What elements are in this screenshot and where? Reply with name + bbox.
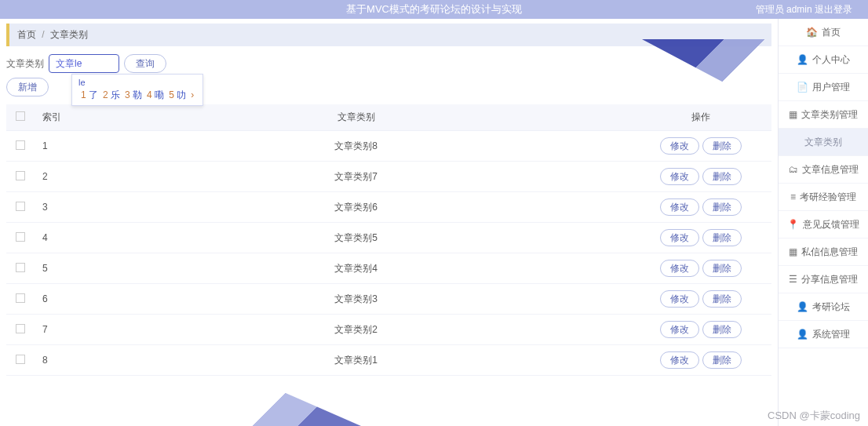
- row-index: 3: [35, 192, 82, 223]
- row-category: 文章类别6: [82, 192, 630, 223]
- sidebar-item[interactable]: ☰分享信息管理: [779, 266, 868, 293]
- sidebar-item-label: 系统管理: [812, 328, 850, 341]
- sidebar-item[interactable]: 👤考研论坛: [779, 293, 868, 321]
- search-button[interactable]: 查询: [124, 54, 166, 73]
- table-row: 3文章类别6修改删除: [6, 192, 771, 223]
- row-checkbox[interactable]: [16, 263, 25, 272]
- category-search-input[interactable]: [49, 54, 119, 73]
- filter-label: 文章类别: [6, 57, 44, 71]
- select-all-checkbox[interactable]: [16, 111, 25, 121]
- delete-button[interactable]: 删除: [702, 351, 742, 369]
- sidebar-item[interactable]: 👤系统管理: [779, 321, 868, 348]
- ime-candidate[interactable]: 2 乐: [103, 89, 120, 100]
- table-row: 8文章类别1修改删除: [6, 345, 771, 376]
- edit-button[interactable]: 修改: [660, 321, 699, 338]
- ime-typed: le: [78, 78, 196, 87]
- row-checkbox[interactable]: [16, 324, 25, 333]
- sidebar-item[interactable]: 📍意见反馈管理: [779, 211, 868, 238]
- sidebar-item-label: 个人中心: [812, 53, 850, 67]
- table-row: 4文章类别5修改删除: [6, 223, 771, 253]
- sidebar-item[interactable]: 🏠首页: [779, 19, 868, 46]
- sidebar-item-label: 考研经验管理: [800, 191, 856, 204]
- watermark: CSDN @卡蒙coding: [768, 409, 860, 423]
- delete-button[interactable]: 删除: [702, 321, 742, 338]
- sidebar-item-label: 私信信息管理: [801, 246, 858, 259]
- row-checkbox[interactable]: [16, 202, 25, 211]
- row-checkbox[interactable]: [16, 140, 25, 150]
- row-checkbox[interactable]: [16, 171, 25, 180]
- edit-button[interactable]: 修改: [660, 290, 699, 308]
- row-index: 4: [35, 223, 82, 253]
- row-index: 1: [35, 131, 82, 162]
- sidebar-item-label: 考研论坛: [812, 300, 850, 314]
- col-category: 文章类别: [82, 104, 630, 131]
- col-ops: 操作: [630, 104, 771, 131]
- sidebar-item[interactable]: 📄用户管理: [779, 74, 868, 101]
- edit-button[interactable]: 修改: [660, 168, 699, 185]
- menu-icon: 👤: [797, 54, 808, 65]
- sidebar-item-label: 首页: [822, 26, 841, 39]
- delete-button[interactable]: 删除: [702, 260, 742, 277]
- page-title: 基于MVC模式的考研论坛的设计与实现: [346, 2, 522, 16]
- ime-candidate[interactable]: 5 叻: [169, 89, 186, 100]
- delete-button[interactable]: 删除: [702, 198, 742, 216]
- delete-button[interactable]: 删除: [702, 229, 742, 246]
- menu-icon: ▦: [789, 109, 797, 120]
- breadcrumb-home[interactable]: 首页: [17, 29, 36, 40]
- logout-link[interactable]: 退出登录: [815, 4, 852, 15]
- row-category: 文章类别2: [82, 315, 630, 345]
- row-checkbox[interactable]: [16, 355, 25, 364]
- breadcrumb: 首页 / 文章类别: [6, 24, 771, 46]
- edit-button[interactable]: 修改: [660, 198, 699, 216]
- row-checkbox[interactable]: [16, 293, 25, 303]
- row-category: 文章类别1: [82, 345, 630, 376]
- delete-button[interactable]: 删除: [702, 290, 742, 308]
- sidebar-item-label: 意见反馈管理: [803, 218, 859, 231]
- menu-icon: ▦: [789, 246, 797, 257]
- sidebar-item[interactable]: ▦私信信息管理: [779, 238, 868, 266]
- sidebar-item[interactable]: 文章类别: [779, 129, 868, 156]
- sidebar-item[interactable]: 🗂文章信息管理: [779, 156, 868, 184]
- row-category: 文章类别5: [82, 223, 630, 253]
- edit-button[interactable]: 修改: [660, 260, 699, 277]
- row-index: 7: [35, 315, 82, 345]
- breadcrumb-current: 文章类别: [50, 29, 88, 40]
- ime-more-icon[interactable]: ›: [191, 89, 194, 100]
- sidebar-item-label: 用户管理: [812, 81, 850, 94]
- row-category: 文章类别3: [82, 284, 630, 315]
- row-index: 6: [35, 284, 82, 315]
- ime-candidate[interactable]: 1 了: [81, 89, 98, 100]
- menu-icon: ☰: [789, 274, 797, 285]
- table-row: 7文章类别2修改删除: [6, 315, 771, 345]
- sidebar-item-label: 文章类别: [804, 136, 842, 149]
- header-user-block: 管理员 admin 退出登录: [756, 3, 852, 16]
- menu-icon: 📄: [797, 82, 808, 93]
- menu-icon: 👤: [797, 329, 808, 340]
- main-content: 首页 / 文章类别 文章类别 查询 le 1 了2 乐3 勒4 嘞5 叻› 新增…: [0, 19, 778, 426]
- delete-button[interactable]: 删除: [702, 137, 742, 155]
- sidebar-item-label: 文章类别管理: [801, 108, 858, 122]
- sidebar-item[interactable]: ▦文章类别管理: [779, 101, 868, 129]
- filter-row: 文章类别 查询 le 1 了2 乐3 勒4 嘞5 叻›: [6, 54, 771, 73]
- ime-candidate-box[interactable]: le 1 了2 乐3 勒4 嘞5 叻›: [71, 74, 203, 106]
- ime-candidate[interactable]: 4 嘞: [147, 89, 164, 100]
- sidebar-item[interactable]: 👤个人中心: [779, 46, 868, 74]
- row-index: 2: [35, 162, 82, 192]
- edit-button[interactable]: 修改: [660, 137, 699, 155]
- add-button[interactable]: 新增: [6, 78, 49, 96]
- edit-button[interactable]: 修改: [660, 229, 699, 246]
- menu-icon: 📍: [787, 219, 799, 230]
- decoration-bottom-left: [235, 371, 361, 426]
- menu-icon: 🗂: [789, 164, 798, 175]
- category-table: 索引 文章类别 操作 1文章类别8修改删除2文章类别7修改删除3文章类别6修改删…: [6, 104, 771, 376]
- sidebar-item-label: 分享信息管理: [801, 273, 858, 286]
- row-checkbox[interactable]: [16, 232, 25, 242]
- ime-candidate[interactable]: 3 勒: [125, 89, 142, 100]
- edit-button[interactable]: 修改: [660, 351, 699, 369]
- sidebar-item-label: 文章信息管理: [802, 163, 859, 177]
- delete-button[interactable]: 删除: [702, 168, 742, 185]
- menu-icon: 🏠: [806, 27, 818, 38]
- row-category: 文章类别8: [82, 131, 630, 162]
- sidebar-item[interactable]: ≡考研经验管理: [779, 184, 868, 211]
- menu-icon: 👤: [797, 301, 808, 312]
